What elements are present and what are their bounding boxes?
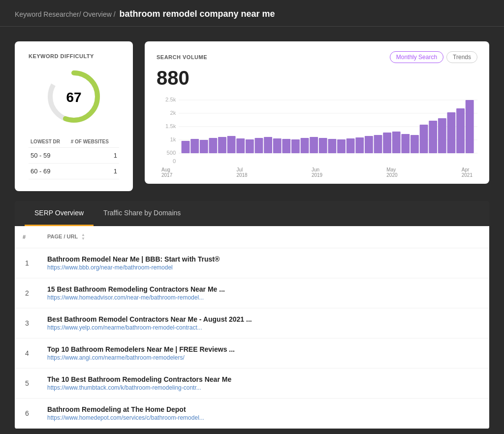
svg-text:500: 500 xyxy=(167,150,176,156)
tab-traffic-share[interactable]: Traffic Share by Domains xyxy=(94,201,190,226)
tabs-nav: SERP Overview Traffic Share by Domains xyxy=(15,201,489,226)
svg-rect-20 xyxy=(246,139,254,153)
cards-row: KEYWORD DIFFICULTY 67 LOWEST DR # OF WEB… xyxy=(0,27,504,201)
serp-row-url[interactable]: https://www.homeadvisor.com/near-me/bath… xyxy=(47,294,481,301)
svg-text:2.5k: 2.5k xyxy=(165,97,176,102)
sv-card: SEARCH VOLUME Monthly Search Trends 880 … xyxy=(145,41,489,184)
svg-text:1k: 1k xyxy=(170,137,176,142)
x-label-4: May2020 xyxy=(386,167,397,178)
sv-header: SEARCH VOLUME Monthly Search Trends xyxy=(157,51,477,63)
svg-rect-15 xyxy=(200,140,208,153)
serp-table-row: 6 Bathroom Remodeling at The Home Depot … xyxy=(15,399,489,429)
svg-rect-32 xyxy=(355,137,364,153)
svg-rect-35 xyxy=(383,133,391,153)
tab-trends[interactable]: Trends xyxy=(446,51,477,63)
breadcrumb-keyword: bathroom remodel company near me xyxy=(119,9,275,19)
bar-chart: 2.5k 2k 1.5k 1k 500 0 xyxy=(157,95,477,164)
serp-rank: 6 xyxy=(15,399,39,429)
serp-page: Bathroom Remodel Near Me | BBB: Start wi… xyxy=(39,248,489,278)
svg-rect-43 xyxy=(456,108,465,153)
svg-rect-44 xyxy=(466,100,474,153)
svg-rect-27 xyxy=(310,137,318,153)
serp-rank: 3 xyxy=(15,308,39,338)
kd-label: KEYWORD DIFFICULTY xyxy=(29,53,119,59)
serp-rank: 1 xyxy=(15,248,39,278)
svg-rect-19 xyxy=(236,138,245,153)
serp-table-row: 4 Top 10 Bathroom Remodelers Near Me | F… xyxy=(15,338,489,368)
svg-rect-18 xyxy=(227,136,236,153)
svg-rect-26 xyxy=(301,138,309,153)
serp-rank: 5 xyxy=(15,368,39,399)
svg-rect-30 xyxy=(337,139,346,153)
serp-row-title: Best Bathroom Remodel Contractors Near M… xyxy=(47,315,481,323)
svg-text:2k: 2k xyxy=(170,110,176,116)
serp-row-url[interactable]: https://www.thumbtack.com/k/bathroom-rem… xyxy=(47,384,481,391)
svg-rect-21 xyxy=(255,138,263,153)
sv-label: SEARCH VOLUME xyxy=(157,54,207,60)
svg-rect-22 xyxy=(264,137,272,153)
tab-serp-overview[interactable]: SERP Overview xyxy=(25,201,94,226)
tabs-section: SERP Overview Traffic Share by Domains xyxy=(15,201,489,226)
svg-rect-24 xyxy=(282,139,290,153)
svg-rect-28 xyxy=(319,138,327,153)
svg-text:1.5k: 1.5k xyxy=(165,124,176,129)
serp-row-url[interactable]: https://www.bbb.org/near-me/bathroom-rem… xyxy=(47,264,481,271)
svg-rect-13 xyxy=(182,141,190,153)
kd-card: KEYWORD DIFFICULTY 67 LOWEST DR # OF WEB… xyxy=(15,41,133,191)
svg-rect-23 xyxy=(273,138,282,153)
sv-number: 880 xyxy=(157,67,477,89)
serp-row-url[interactable]: https://www.angi.com/nearme/bathroom-rem… xyxy=(47,354,481,361)
serp-table-row: 5 The 10 Best Bathroom Remodeling Contra… xyxy=(15,368,489,399)
serp-table-row: 1 Bathroom Remodel Near Me | BBB: Start … xyxy=(15,248,489,278)
gauge-value: 67 xyxy=(66,90,81,105)
chart-area: 2.5k 2k 1.5k 1k 500 0 Aug2017 Jul2018 Ju… xyxy=(157,95,477,174)
serp-row-title: 15 Best Bathroom Remodeling Contractors … xyxy=(47,285,481,293)
svg-rect-29 xyxy=(328,139,336,153)
gauge-container: 67 xyxy=(29,67,119,126)
svg-rect-41 xyxy=(438,118,446,153)
serp-page: Best Bathroom Remodel Contractors Near M… xyxy=(39,308,489,338)
serp-page: The 10 Best Bathroom Remodeling Contract… xyxy=(39,368,489,399)
svg-rect-16 xyxy=(209,138,217,153)
serp-row-url[interactable]: https://www.homedepot.com/services/c/bat… xyxy=(47,414,481,421)
svg-rect-25 xyxy=(291,139,300,153)
serp-rank: 2 xyxy=(15,278,39,308)
kd-col2-header: # OF WEBSITES xyxy=(69,136,119,148)
chart-x-labels: Aug2017 Jul2018 Jun2019 May2020 Apr2021 xyxy=(157,167,477,178)
serp-row-title: Top 10 Bathroom Remodelers Near Me | FRE… xyxy=(47,345,481,353)
svg-rect-34 xyxy=(374,135,382,153)
breadcrumb-prefix: Keyword Researcher/ Overview / xyxy=(15,10,116,18)
kd-count: 1 xyxy=(69,164,119,179)
serp-row-title: The 10 Best Bathroom Remodeling Contract… xyxy=(47,375,481,383)
serp-page: 15 Best Bathroom Remodeling Contractors … xyxy=(39,278,489,308)
col-page-url: PAGE / URL ▲▼ xyxy=(39,226,489,248)
x-label-3: Jun2019 xyxy=(312,167,322,178)
serp-rank: 4 xyxy=(15,338,39,368)
svg-rect-38 xyxy=(410,135,419,153)
breadcrumb: Keyword Researcher/ Overview / bathroom … xyxy=(0,0,504,27)
serp-row-url[interactable]: https://www.yelp.com/nearme/bathroom-rem… xyxy=(47,324,481,331)
kd-range: 50 - 59 xyxy=(29,148,69,164)
svg-rect-36 xyxy=(392,132,401,153)
x-label-1: Aug2017 xyxy=(161,167,172,178)
svg-rect-31 xyxy=(346,138,355,153)
kd-range: 60 - 69 xyxy=(29,164,69,179)
svg-rect-33 xyxy=(365,136,373,153)
sv-tabs: Monthly Search Trends xyxy=(390,51,477,63)
serp-table-row: 2 15 Best Bathroom Remodeling Contractor… xyxy=(15,278,489,308)
serp-row-title: Bathroom Remodel Near Me | BBB: Start wi… xyxy=(47,255,481,263)
kd-count: 1 xyxy=(69,148,119,164)
tab-monthly-search[interactable]: Monthly Search xyxy=(390,51,443,63)
gauge-svg: 67 xyxy=(44,67,103,126)
svg-rect-40 xyxy=(429,121,437,153)
serp-page: Top 10 Bathroom Remodelers Near Me | FRE… xyxy=(39,338,489,368)
x-label-2: Jul2018 xyxy=(236,167,247,178)
sort-arrows: ▲▼ xyxy=(81,233,85,241)
col-rank: # xyxy=(15,226,39,248)
serp-row-title: Bathroom Remodeling at The Home Depot xyxy=(47,405,481,413)
svg-rect-42 xyxy=(447,112,456,153)
serp-table: # PAGE / URL ▲▼ 1 Bathroom Remodel Near … xyxy=(15,226,489,429)
svg-rect-37 xyxy=(401,134,410,153)
serp-table-row: 3 Best Bathroom Remodel Contractors Near… xyxy=(15,308,489,338)
kd-table: LOWEST DR # OF WEBSITES 50 - 59 1 60 - 6… xyxy=(29,136,119,179)
